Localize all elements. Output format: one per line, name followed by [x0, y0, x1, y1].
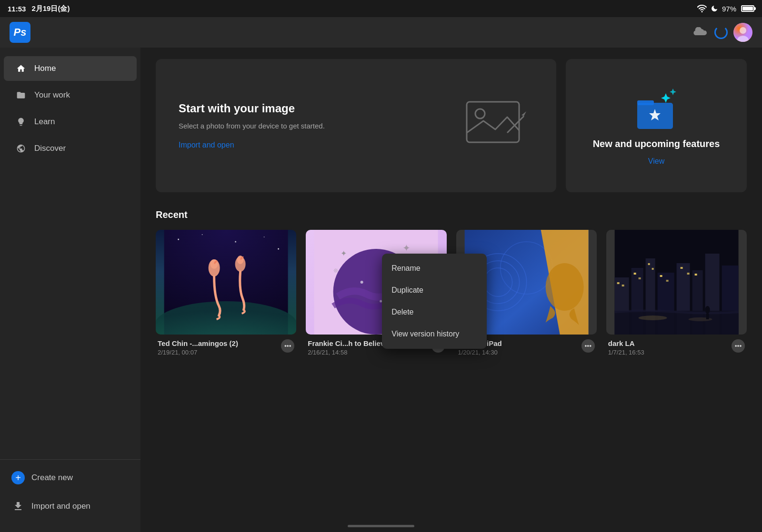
more-button-1[interactable]: ••• — [281, 339, 294, 353]
svg-point-9 — [178, 239, 179, 240]
svg-rect-51 — [687, 273, 689, 275]
create-new-button[interactable]: + Create new — [0, 463, 140, 492]
sidebar: Home Your work Learn Di — [0, 48, 140, 532]
recent-grid: Ted Chin -...amingos (2) 2/19/21, 00:07 … — [156, 230, 747, 358]
lightbulb-icon — [15, 116, 27, 128]
recent-item-2-date: 2/16/21, 14:58 — [308, 349, 388, 356]
feature-illustration — [630, 86, 682, 138]
status-bar: 11:53 2月19日(金) 97% — [0, 0, 762, 17]
recent-item-4-title: dark LA — [608, 339, 644, 347]
recent-item-1[interactable]: Ted Chin -...amingos (2) 2/19/21, 00:07 … — [156, 230, 296, 358]
feature-card-title: New and upcoming features — [593, 138, 720, 149]
cloud-icon[interactable] — [692, 24, 709, 41]
svg-point-54 — [638, 315, 667, 320]
recent-item-2-title: Frankie Ci...h to Believe — [308, 339, 388, 347]
home-indicator — [348, 525, 414, 527]
menu-item-duplicate[interactable]: Duplicate — [382, 279, 487, 301]
svg-text:✦: ✦ — [402, 243, 411, 253]
menu-item-delete[interactable]: Delete — [382, 301, 487, 323]
menu-item-version-history[interactable]: View version history — [382, 323, 487, 345]
menu-item-rename[interactable]: Rename — [382, 257, 487, 279]
import-and-open-button[interactable]: Import and open — [0, 492, 140, 521]
svg-rect-46 — [648, 263, 650, 265]
more-button-4[interactable]: ••• — [732, 339, 745, 353]
recent-item-4-info: dark LA 1/7/21, 16:53 ••• — [606, 335, 747, 358]
svg-text:✦: ✦ — [341, 249, 347, 257]
feature-card: New and upcoming features View — [566, 59, 747, 192]
import-and-open-label: Import and open — [31, 502, 90, 511]
start-card-text: Start with your image Select a photo fro… — [179, 102, 325, 150]
home-icon — [15, 63, 27, 74]
sidebar-label-learn: Learn — [34, 117, 55, 127]
main-layout: Home Your work Learn Di — [0, 48, 762, 532]
import-icon — [11, 500, 25, 513]
context-menu: Rename Duplicate Delete View version his… — [382, 254, 487, 349]
svg-rect-47 — [652, 268, 653, 270]
create-new-label: Create new — [31, 473, 73, 483]
svg-rect-52 — [694, 274, 697, 276]
image-placeholder-icon — [457, 95, 533, 157]
svg-rect-53 — [614, 311, 738, 335]
hero-grid: Start with your image Select a photo fro… — [156, 59, 747, 192]
svg-line-5 — [507, 116, 524, 133]
sidebar-item-learn[interactable]: Learn — [4, 109, 137, 134]
user-avatar[interactable] — [733, 23, 752, 42]
sidebar-label-your-work: Your work — [34, 90, 70, 100]
main-content: Start with your image Select a photo fro… — [140, 48, 762, 532]
recent-item-3-date: 1/20/21, 14:30 — [458, 349, 502, 356]
sidebar-bottom: + Create new Import and open — [0, 459, 140, 524]
svg-rect-7 — [637, 100, 654, 105]
ps-logo[interactable]: Ps — [10, 22, 30, 43]
svg-rect-45 — [638, 277, 641, 279]
import-link[interactable]: Import and open — [179, 141, 234, 149]
svg-point-4 — [475, 109, 485, 118]
svg-point-12 — [264, 236, 265, 237]
recent-item-4-date: 1/7/21, 16:53 — [608, 349, 644, 356]
svg-rect-44 — [633, 273, 636, 275]
recent-item-2[interactable]: ✦ ✦ ❊ Frankie Ci...h to Believe 2/16 — [306, 230, 446, 358]
recent-item-1-date: 2/19/21, 00:07 — [158, 349, 238, 356]
svg-point-56 — [705, 306, 710, 314]
svg-rect-50 — [680, 267, 682, 269]
status-left: 11:53 2月19日(金) — [8, 4, 70, 13]
wifi-icon — [697, 5, 707, 12]
svg-rect-43 — [622, 285, 624, 286]
svg-rect-42 — [617, 282, 619, 284]
app-bar: Ps — [0, 17, 762, 48]
more-button-3[interactable]: ••• — [582, 339, 595, 353]
svg-rect-49 — [666, 280, 668, 282]
sidebar-item-discover[interactable]: Discover — [4, 136, 137, 161]
svg-point-24 — [361, 281, 363, 284]
date: 2月19日(金) — [31, 4, 70, 13]
sync-spinner — [714, 26, 728, 39]
sidebar-item-your-work[interactable]: Your work — [4, 83, 137, 108]
battery-percentage: 97% — [722, 5, 736, 13]
svg-point-11 — [235, 241, 236, 243]
start-card: Start with your image Select a photo fro… — [156, 59, 556, 192]
folder-icon — [15, 89, 27, 101]
thumb-dark-la — [606, 230, 747, 335]
sidebar-item-home[interactable]: Home — [4, 56, 137, 81]
svg-text:❊: ❊ — [333, 267, 338, 274]
start-card-title: Start with your image — [179, 102, 325, 115]
start-card-description: Select a photo from your device to get s… — [179, 121, 325, 132]
sidebar-label-home: Home — [34, 64, 56, 73]
app-bar-right — [692, 23, 752, 42]
svg-point-1 — [740, 27, 746, 34]
thumb-flamingo — [156, 230, 296, 335]
svg-rect-48 — [660, 275, 662, 277]
recent-item-1-info: Ted Chin -...amingos (2) 2/19/21, 00:07 … — [156, 335, 296, 358]
recent-section-label: Recent — [156, 209, 747, 220]
svg-point-10 — [202, 234, 203, 235]
time: 11:53 — [8, 5, 26, 13]
view-link[interactable]: View — [648, 157, 664, 166]
recent-item-1-title: Ted Chin -...amingos (2) — [158, 339, 238, 347]
plus-icon: + — [11, 471, 25, 484]
svg-point-32 — [545, 263, 583, 311]
recent-item-4[interactable]: dark LA 1/7/21, 16:53 ••• — [606, 230, 747, 358]
moon-icon — [711, 5, 718, 12]
status-right: 97% — [697, 5, 754, 13]
svg-rect-57 — [706, 314, 709, 319]
battery-icon — [741, 5, 754, 12]
sidebar-label-discover: Discover — [34, 144, 66, 153]
